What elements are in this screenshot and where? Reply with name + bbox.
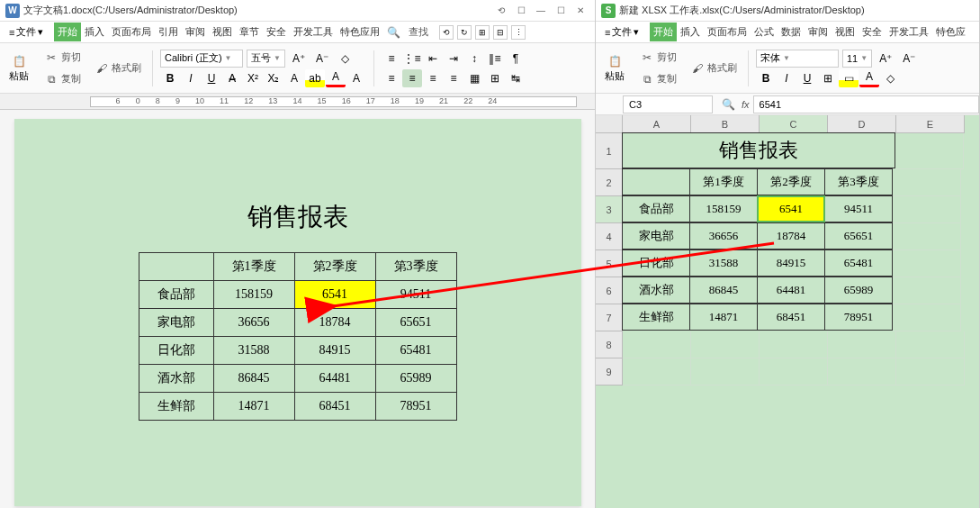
- tab-special-xl[interactable]: 特色应: [932, 23, 969, 41]
- tabs-button[interactable]: ↹: [506, 69, 526, 87]
- row-header[interactable]: 4: [596, 223, 623, 250]
- file-menu-excel[interactable]: ≡ 文件 ▾: [599, 25, 644, 39]
- tab-review[interactable]: 审阅: [182, 23, 209, 41]
- row-header[interactable]: 9: [596, 358, 623, 386]
- format-painter[interactable]: 🖌格式刷: [90, 59, 145, 78]
- cut-button-xl[interactable]: ✂剪切: [635, 48, 680, 68]
- show-marks-button[interactable]: ¶: [506, 50, 526, 68]
- bold-button[interactable]: B: [160, 69, 180, 87]
- paste-button-xl[interactable]: 📋 粘贴: [599, 51, 630, 85]
- tab-insert[interactable]: 插入: [81, 23, 108, 41]
- tab-home-xl[interactable]: 开始: [650, 23, 677, 41]
- grow-font-icon[interactable]: A⁺: [876, 50, 895, 68]
- align-right-button[interactable]: ≡: [423, 69, 443, 87]
- quick-icon-2[interactable]: ↻: [457, 25, 472, 40]
- font-color-button[interactable]: A: [326, 69, 346, 87]
- tab-layout-xl[interactable]: 页面布局: [704, 23, 751, 41]
- col-header[interactable]: A: [623, 115, 691, 133]
- tab-home[interactable]: 开始: [54, 23, 81, 41]
- quick-icon-3[interactable]: ⊞: [475, 25, 490, 40]
- tab-sections[interactable]: 章节: [236, 23, 263, 41]
- char-shading-button[interactable]: A: [346, 69, 366, 87]
- bullets-button[interactable]: ≡: [382, 50, 401, 68]
- cut-button[interactable]: ✂剪切: [40, 48, 85, 68]
- tab-review-xl[interactable]: 审阅: [805, 23, 832, 41]
- indent-dec-button[interactable]: ⇤: [423, 50, 443, 68]
- subscript-button[interactable]: X₂: [264, 69, 283, 87]
- spreadsheet[interactable]: 1 2 3 4 5 6 7 8 9 A B C D E 销售报表 第1季度第2季…: [596, 115, 979, 508]
- number-format-button[interactable]: ◇: [880, 69, 900, 87]
- maximize-icon[interactable]: ☐: [552, 3, 570, 19]
- row-header[interactable]: 7: [596, 304, 623, 331]
- italic-button[interactable]: I: [181, 69, 201, 87]
- tab-data-xl[interactable]: 数据: [778, 23, 805, 41]
- search-button[interactable]: 查找: [403, 25, 434, 39]
- zoom-icon[interactable]: 🔍: [718, 95, 738, 113]
- font-name-dropdown-xl[interactable]: 宋体▼: [756, 50, 839, 68]
- italic-button-xl[interactable]: I: [777, 69, 796, 87]
- history-icon[interactable]: ⟲: [492, 3, 510, 19]
- grow-font-icon[interactable]: A⁺: [289, 50, 309, 68]
- tab-view-xl[interactable]: 视图: [832, 23, 859, 41]
- copy-button-xl[interactable]: ⧉复制: [635, 69, 680, 89]
- indent-inc-button[interactable]: ⇥: [444, 50, 463, 68]
- row-header[interactable]: 6: [596, 277, 623, 304]
- shrink-font-icon[interactable]: A⁻: [312, 50, 332, 68]
- shrink-font-icon[interactable]: A⁻: [899, 50, 919, 68]
- formula-bar[interactable]: 6541: [753, 95, 979, 113]
- clear-format-icon[interactable]: ◇: [336, 50, 355, 68]
- tab-layout[interactable]: 页面布局: [108, 23, 155, 41]
- close-icon[interactable]: ✕: [571, 3, 589, 19]
- col-header[interactable]: D: [828, 115, 896, 133]
- text-effects-button[interactable]: A: [284, 69, 304, 87]
- align-justify-button[interactable]: ≡: [444, 69, 463, 87]
- strike-button[interactable]: A̶: [222, 69, 242, 87]
- tab-formula-xl[interactable]: 公式: [751, 23, 778, 41]
- align-left-button[interactable]: ≡: [382, 69, 401, 87]
- tab-references[interactable]: 引用: [155, 23, 182, 41]
- tab-dev[interactable]: 开发工具: [290, 23, 337, 41]
- tab-security[interactable]: 安全: [263, 23, 290, 41]
- superscript-button[interactable]: X²: [243, 69, 263, 87]
- borders-button-xl[interactable]: ⊞: [818, 69, 838, 87]
- active-cell[interactable]: 6541: [757, 195, 825, 222]
- tab-insert-xl[interactable]: 插入: [677, 23, 704, 41]
- row-header[interactable]: 3: [596, 196, 623, 223]
- numbering-button[interactable]: ⋮≡: [402, 50, 422, 68]
- document-area[interactable]: 销售报表 第1季度 第2季度 第3季度 食品部158159654194511 家…: [0, 110, 595, 508]
- row-header[interactable]: 8: [596, 331, 623, 358]
- search-icon[interactable]: 🔍: [383, 23, 403, 41]
- row-header[interactable]: 1: [596, 133, 623, 169]
- row-header[interactable]: 5: [596, 250, 623, 277]
- tab-view[interactable]: 视图: [209, 23, 236, 41]
- quick-icon-1[interactable]: ⟲: [439, 25, 454, 40]
- font-size-dropdown-xl[interactable]: 11▼: [842, 50, 872, 68]
- quick-icon-5[interactable]: ⋮: [511, 25, 526, 40]
- highlight-button[interactable]: ab: [305, 69, 325, 87]
- name-box[interactable]: C3: [623, 95, 713, 113]
- borders-button[interactable]: ⊞: [485, 69, 505, 87]
- fill-color-button[interactable]: ▭: [839, 69, 859, 87]
- format-painter-xl[interactable]: 🖌格式刷: [686, 59, 741, 78]
- file-menu[interactable]: ≡ 文件 ▾: [4, 25, 49, 39]
- font-name-dropdown[interactable]: Calibri (正文)▼: [160, 50, 243, 68]
- align-center-button[interactable]: ≡: [402, 69, 422, 87]
- col-header[interactable]: B: [691, 115, 760, 133]
- select-all-corner[interactable]: [596, 115, 623, 133]
- font-color-button-xl[interactable]: A: [859, 69, 879, 87]
- minimize-icon[interactable]: —: [532, 3, 550, 19]
- tab-special[interactable]: 特色应用: [337, 23, 383, 41]
- col-header[interactable]: C: [760, 115, 828, 133]
- quick-icon-4[interactable]: ⊟: [493, 25, 508, 40]
- line-spacing-button[interactable]: ‖≡: [485, 50, 505, 68]
- paste-button[interactable]: 📋 粘贴: [4, 51, 34, 85]
- bold-button-xl[interactable]: B: [756, 69, 776, 87]
- row-header[interactable]: 2: [596, 169, 623, 196]
- sheet-title-cell[interactable]: 销售报表: [622, 132, 895, 168]
- tab-security-xl[interactable]: 安全: [859, 23, 886, 41]
- sort-button[interactable]: ↕: [464, 50, 484, 68]
- underline-button[interactable]: U: [202, 69, 221, 87]
- copy-button[interactable]: ⧉复制: [40, 69, 85, 89]
- font-size-dropdown[interactable]: 五号▼: [247, 50, 285, 68]
- shading-button[interactable]: ▦: [464, 69, 484, 87]
